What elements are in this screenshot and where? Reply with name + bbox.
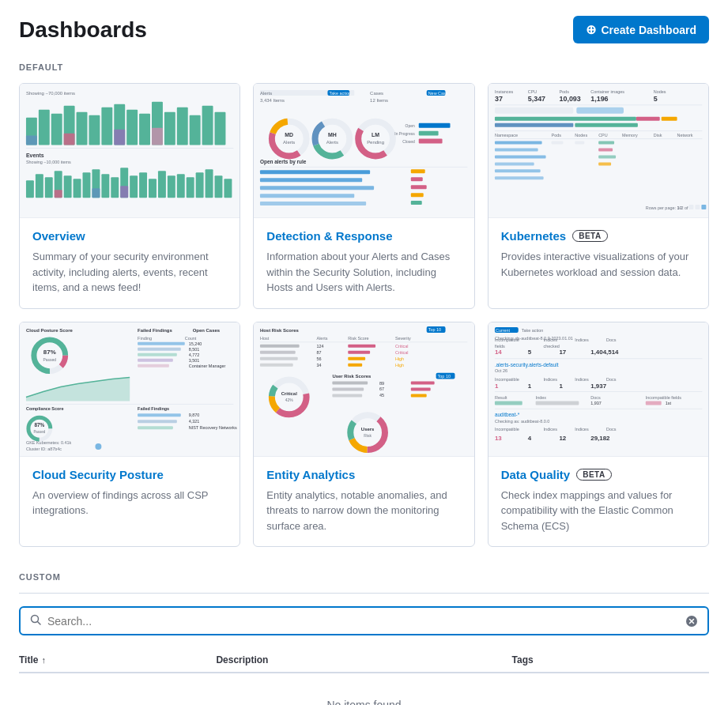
svg-line-271	[38, 622, 41, 625]
svg-rect-26	[36, 174, 43, 198]
svg-rect-45	[215, 175, 223, 198]
svg-text:Pending: Pending	[367, 140, 384, 145]
svg-rect-16	[202, 106, 213, 145]
card-body-entity-analytics: Entity Analytics Entity analytics, notab…	[254, 457, 473, 547]
svg-rect-41	[177, 174, 185, 198]
svg-text:Critical: Critical	[395, 349, 409, 354]
svg-rect-120	[495, 141, 542, 145]
svg-text:Current: Current	[496, 327, 511, 332]
svg-rect-31	[83, 172, 91, 198]
svg-rect-257	[645, 401, 661, 405]
svg-text:MD: MD	[285, 132, 294, 138]
svg-text:56: 56	[317, 356, 322, 360]
card-detection-response[interactable]: Alerts Take action 3,434 Items Cases New…	[253, 83, 474, 309]
svg-text:Cloud Posture Score: Cloud Posture Score	[26, 327, 74, 332]
svg-text:1,196: 1,196	[590, 95, 608, 103]
card-overview[interactable]: Showing ~70,000 items	[19, 83, 240, 309]
svg-rect-193	[349, 356, 366, 360]
svg-rect-106	[495, 117, 636, 121]
svg-text:9,870: 9,870	[189, 413, 200, 417]
svg-text:Index: Index	[535, 395, 546, 400]
svg-text:Nodes: Nodes	[575, 133, 587, 138]
create-dashboard-button[interactable]: ⊕ Create Dashboard	[573, 16, 709, 43]
svg-rect-134	[688, 205, 693, 209]
col-tags-header: Tags	[512, 654, 709, 665]
svg-text:Indices: Indices	[575, 376, 589, 381]
svg-rect-33	[101, 174, 109, 198]
svg-rect-39	[158, 171, 166, 198]
page-header: Dashboards ⊕ Create Dashboard	[19, 16, 709, 43]
svg-text:CPU: CPU	[598, 133, 608, 138]
svg-rect-25	[26, 180, 34, 198]
svg-rect-167	[138, 420, 177, 423]
svg-text:Indices: Indices	[543, 427, 557, 432]
svg-text:High: High	[395, 356, 404, 360]
svg-text:Risk Score: Risk Score	[349, 335, 369, 340]
svg-text:Incompatible: Incompatible	[495, 376, 519, 381]
svg-text:Risk: Risk	[364, 434, 372, 438]
svg-text:Pods: Pods	[559, 89, 569, 94]
svg-text:NIST Recovery Networks: NIST Recovery Networks	[189, 425, 237, 430]
svg-text:5,347: 5,347	[527, 95, 545, 103]
card-title-entity-analytics: Entity Analytics	[266, 468, 461, 481]
card-kubernetes[interactable]: Instances CPU Pods Container images Node…	[488, 83, 709, 309]
svg-rect-108	[661, 117, 677, 121]
svg-rect-122	[575, 141, 584, 145]
svg-rect-191	[260, 356, 298, 360]
svg-text:1: 1	[559, 382, 563, 389]
search-clear-button[interactable]	[685, 615, 698, 628]
svg-rect-195	[260, 363, 293, 366]
card-cloud-security[interactable]: Cloud Posture Score Failed Findings Open…	[19, 322, 240, 548]
svg-rect-14	[177, 107, 188, 145]
svg-text:Alerts: Alerts	[283, 140, 295, 145]
svg-text:Network: Network	[677, 133, 692, 138]
svg-text:42%: 42%	[285, 398, 294, 402]
svg-rect-89	[411, 185, 427, 189]
card-data-quality[interactable]: Current Take action Incompatible Indices…	[488, 322, 709, 548]
svg-text:Top 10: Top 10	[438, 373, 451, 378]
card-entity-analytics[interactable]: Host Risk Scores Top 10 Host Alerts Risk…	[253, 322, 474, 548]
svg-text:Cluster ID: a87b4c: Cluster ID: a87b4c	[26, 447, 62, 451]
search-input[interactable]	[47, 615, 685, 628]
svg-text:Showing ~10,000 items: Showing ~10,000 items	[26, 160, 71, 164]
svg-rect-123	[598, 141, 614, 145]
card-preview-data-quality: Current Take action Incompatible Indices…	[488, 322, 708, 457]
svg-rect-29	[64, 175, 72, 198]
svg-rect-8	[101, 107, 112, 145]
svg-text:17: 17	[559, 348, 566, 355]
svg-rect-37	[139, 172, 147, 198]
svg-rect-82	[260, 170, 370, 174]
svg-rect-86	[260, 202, 366, 205]
svg-text:14: 14	[495, 348, 502, 355]
svg-text:15,240: 15,240	[189, 341, 202, 345]
svg-text:Alerts: Alerts	[326, 140, 338, 145]
svg-text:Failed Findings: Failed Findings	[138, 406, 169, 411]
svg-rect-91	[411, 201, 422, 205]
svg-rect-208	[333, 381, 368, 384]
svg-text:Instances: Instances	[495, 89, 514, 94]
svg-rect-211	[333, 387, 364, 390]
card-title-kubernetes: Kubernetes BETA	[501, 229, 696, 243]
svg-text:87: 87	[317, 349, 322, 354]
svg-rect-40	[168, 175, 175, 198]
svg-rect-107	[636, 117, 660, 121]
svg-rect-38	[149, 179, 157, 198]
svg-text:1: 1	[495, 382, 499, 389]
svg-text:Nodes: Nodes	[653, 89, 666, 94]
svg-text:GKE Kubernetes: 0.41k: GKE Kubernetes: 0.41k	[26, 440, 72, 445]
svg-rect-75	[419, 131, 439, 136]
svg-text:3,501: 3,501	[189, 357, 200, 362]
svg-text:1,404,514: 1,404,514	[590, 348, 619, 355]
col-description-header: Description	[216, 654, 511, 665]
svg-rect-4	[51, 114, 62, 145]
svg-rect-121	[551, 141, 563, 145]
col-title-header[interactable]: Title ↑	[19, 654, 216, 665]
svg-text:Closed: Closed	[403, 140, 416, 144]
sort-icon: ↑	[41, 655, 46, 665]
svg-rect-213	[411, 387, 431, 390]
svg-text:MH: MH	[328, 132, 337, 138]
svg-rect-127	[598, 155, 616, 158]
svg-text:Compliance Score: Compliance Score	[26, 406, 64, 411]
svg-text:34: 34	[317, 362, 322, 367]
svg-text:67: 67	[379, 386, 384, 391]
